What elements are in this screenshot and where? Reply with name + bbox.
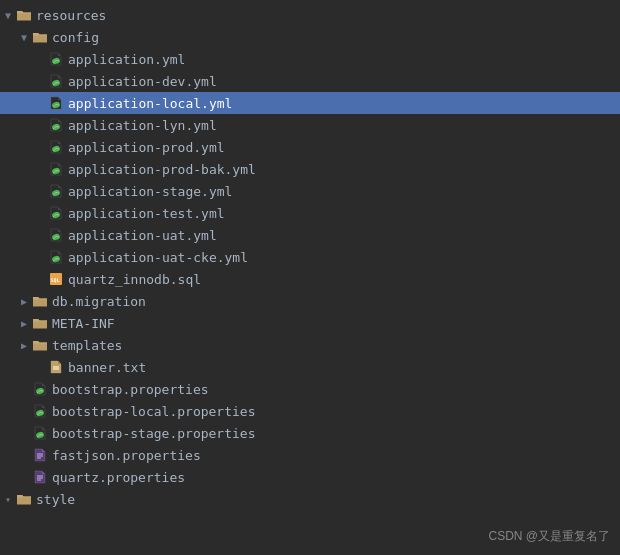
svg-text:SQL: SQL bbox=[51, 277, 60, 283]
tree-item-resources[interactable]: ▼ resources bbox=[0, 4, 620, 26]
tree-item-banner-txt[interactable]: banner.txt bbox=[0, 356, 620, 378]
arrow-icon: ▾ bbox=[0, 491, 16, 507]
arrow-spacer bbox=[32, 51, 48, 67]
item-label: application-prod-bak.yml bbox=[68, 162, 620, 177]
item-label: bootstrap-local.properties bbox=[52, 404, 620, 419]
folder-icon bbox=[16, 491, 32, 507]
tree-item-application-lyn-yml[interactable]: application-lyn.yml bbox=[0, 114, 620, 136]
item-label: application-stage.yml bbox=[68, 184, 620, 199]
item-label: META-INF bbox=[52, 316, 620, 331]
tree-item-application-uat-cke-yml[interactable]: application-uat-cke.yml bbox=[0, 246, 620, 268]
props2-icon bbox=[32, 469, 48, 485]
folder-icon bbox=[32, 315, 48, 331]
arrow-spacer bbox=[16, 403, 32, 419]
tree-item-META-INF[interactable]: ▶ META-INF bbox=[0, 312, 620, 334]
item-label: application-local.yml bbox=[68, 96, 620, 111]
props-icon bbox=[32, 381, 48, 397]
arrow-icon: ▶ bbox=[16, 337, 32, 353]
yaml-icon bbox=[48, 161, 64, 177]
yaml-icon bbox=[48, 183, 64, 199]
tree-item-db-migration[interactable]: ▶ db.migration bbox=[0, 290, 620, 312]
arrow-spacer bbox=[32, 139, 48, 155]
item-label: db.migration bbox=[52, 294, 620, 309]
item-label: config bbox=[52, 30, 620, 45]
tree-item-bootstrap-properties[interactable]: bootstrap.properties bbox=[0, 378, 620, 400]
tree-item-templates[interactable]: ▶ templates bbox=[0, 334, 620, 356]
folder-icon bbox=[16, 7, 32, 23]
yaml-icon bbox=[48, 139, 64, 155]
arrow-icon: ▶ bbox=[16, 293, 32, 309]
item-label: fastjson.properties bbox=[52, 448, 620, 463]
tree-item-application-stage-yml[interactable]: application-stage.yml bbox=[0, 180, 620, 202]
tree-item-application-test-yml[interactable]: application-test.yml bbox=[0, 202, 620, 224]
arrow-spacer bbox=[32, 249, 48, 265]
item-label: application.yml bbox=[68, 52, 620, 67]
arrow-spacer bbox=[32, 227, 48, 243]
tree-item-bootstrap-stage-properties[interactable]: bootstrap-stage.properties bbox=[0, 422, 620, 444]
tree-item-quartz-innodb-sql[interactable]: SQL quartz_innodb.sql bbox=[0, 268, 620, 290]
yaml-icon bbox=[48, 205, 64, 221]
yaml-icon bbox=[48, 51, 64, 67]
arrow-spacer bbox=[16, 469, 32, 485]
props2-icon bbox=[32, 447, 48, 463]
yaml-icon bbox=[48, 95, 64, 111]
tree-item-bootstrap-local-properties[interactable]: bootstrap-local.properties bbox=[0, 400, 620, 422]
yaml-icon bbox=[48, 227, 64, 243]
item-label: application-prod.yml bbox=[68, 140, 620, 155]
item-label: quartz_innodb.sql bbox=[68, 272, 620, 287]
yaml-icon bbox=[48, 117, 64, 133]
tree-item-quartz-properties[interactable]: quartz.properties bbox=[0, 466, 620, 488]
tree-item-application-prod-yml[interactable]: application-prod.yml bbox=[0, 136, 620, 158]
tree-item-application-local-yml[interactable]: application-local.yml bbox=[0, 92, 620, 114]
arrow-spacer bbox=[32, 95, 48, 111]
tree-item-fastjson-properties[interactable]: fastjson.properties bbox=[0, 444, 620, 466]
item-label: application-test.yml bbox=[68, 206, 620, 221]
arrow-spacer bbox=[32, 271, 48, 287]
item-label: bootstrap.properties bbox=[52, 382, 620, 397]
tree-item-application-dev-yml[interactable]: application-dev.yml bbox=[0, 70, 620, 92]
arrow-spacer bbox=[32, 73, 48, 89]
tree-item-config[interactable]: ▼ config bbox=[0, 26, 620, 48]
watermark-text: CSDN @又是重复名了 bbox=[488, 528, 610, 545]
props-icon bbox=[32, 425, 48, 441]
item-label: quartz.properties bbox=[52, 470, 620, 485]
arrow-icon: ▼ bbox=[0, 7, 16, 23]
item-label: style bbox=[36, 492, 620, 507]
arrow-spacer bbox=[32, 205, 48, 221]
arrow-spacer bbox=[32, 161, 48, 177]
item-label: bootstrap-stage.properties bbox=[52, 426, 620, 441]
item-label: resources bbox=[36, 8, 620, 23]
arrow-spacer bbox=[16, 425, 32, 441]
arrow-icon: ▶ bbox=[16, 315, 32, 331]
yaml-icon bbox=[48, 73, 64, 89]
arrow-spacer bbox=[32, 359, 48, 375]
item-label: application-uat-cke.yml bbox=[68, 250, 620, 265]
item-label: application-lyn.yml bbox=[68, 118, 620, 133]
arrow-icon: ▼ bbox=[16, 29, 32, 45]
tree-item-application-yml[interactable]: application.yml bbox=[0, 48, 620, 70]
folder-icon bbox=[32, 293, 48, 309]
arrow-spacer bbox=[32, 183, 48, 199]
txt-icon bbox=[48, 359, 64, 375]
folder-icon bbox=[32, 337, 48, 353]
item-label: application-uat.yml bbox=[68, 228, 620, 243]
arrow-spacer bbox=[32, 117, 48, 133]
folder-icon bbox=[32, 29, 48, 45]
arrow-spacer bbox=[16, 381, 32, 397]
tree-item-application-uat-yml[interactable]: application-uat.yml bbox=[0, 224, 620, 246]
props-icon bbox=[32, 403, 48, 419]
tree-item-style-partial[interactable]: ▾ style bbox=[0, 488, 620, 510]
item-label: application-dev.yml bbox=[68, 74, 620, 89]
arrow-spacer bbox=[16, 447, 32, 463]
sql-icon: SQL bbox=[48, 271, 64, 287]
item-label: templates bbox=[52, 338, 620, 353]
item-label: banner.txt bbox=[68, 360, 620, 375]
yaml-icon bbox=[48, 249, 64, 265]
tree-item-application-prod-bak-yml[interactable]: application-prod-bak.yml bbox=[0, 158, 620, 180]
file-tree: ▼ resources ▼ config application.yml app… bbox=[0, 0, 620, 555]
